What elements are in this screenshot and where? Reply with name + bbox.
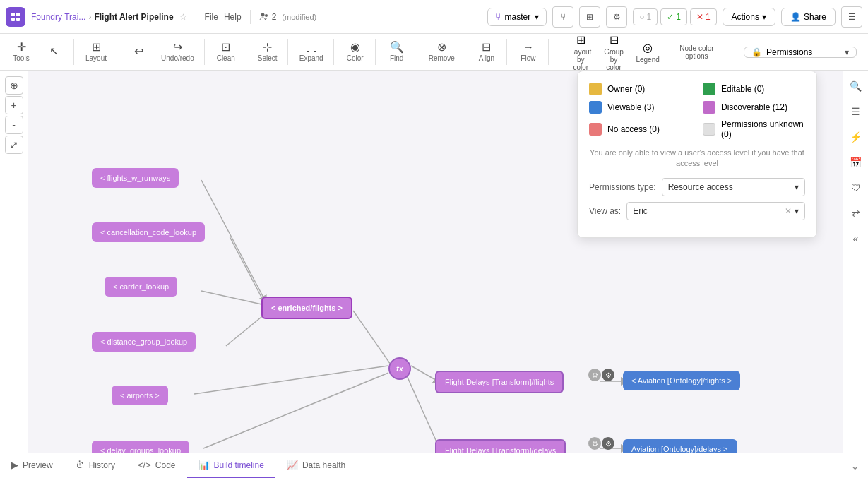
gear-icon-3[interactable]: ⚙ bbox=[588, 437, 601, 450]
history-tab[interactable]: ⏱ History bbox=[64, 453, 126, 478]
remove-button[interactable]: ⊗ Remove bbox=[423, 39, 460, 65]
color-button[interactable]: ◉ Color bbox=[340, 39, 371, 65]
code-tab[interactable]: </> Code bbox=[126, 453, 186, 478]
select-icon: ⊹ bbox=[263, 42, 272, 53]
circle-check-button[interactable]: ○ 1 bbox=[633, 8, 658, 25]
search-sidebar-button[interactable]: 🔍 bbox=[846, 76, 866, 96]
gear-icon-2[interactable]: ⚙ bbox=[602, 369, 614, 381]
delay-groups-lookup-node[interactable]: < delay_groups_lookup bbox=[92, 441, 189, 453]
undo-button[interactable]: ↩ bbox=[123, 43, 154, 61]
flights-w-runways-node[interactable]: < flights_w_runways bbox=[92, 168, 179, 188]
branch-icon: ⑂ bbox=[495, 11, 501, 23]
svg-rect-0 bbox=[11, 13, 15, 16]
actions-button[interactable]: Actions ▾ bbox=[723, 8, 775, 26]
permissions-type-row: Permissions type: Resource access ▾ bbox=[589, 178, 805, 196]
expand-button[interactable]: ⛶ Expand bbox=[294, 39, 329, 65]
clean-button[interactable]: ⊡ Clean bbox=[210, 39, 242, 65]
history-icon: ⏱ bbox=[76, 460, 85, 470]
x-icon: ✕ bbox=[696, 12, 703, 22]
fx-node[interactable]: fx bbox=[388, 357, 411, 380]
activity-sidebar-button[interactable]: ⚡ bbox=[846, 127, 866, 147]
calendar-sidebar-button[interactable]: 📅 bbox=[846, 153, 866, 172]
fit-to-screen-button[interactable]: ⤢ bbox=[5, 136, 23, 154]
remove-icon: ⊗ bbox=[437, 42, 446, 53]
favorite-icon[interactable]: ☆ bbox=[179, 12, 187, 22]
collapse-sidebar-button[interactable]: « bbox=[846, 229, 866, 249]
permissions-dropdown[interactable]: 🔒 Permissions ▾ bbox=[744, 47, 857, 58]
node-label: Aviation [Ontology]/delays > bbox=[631, 445, 727, 453]
discoverable-label: Discoverable (12) bbox=[721, 102, 787, 112]
flight-delays-delays-node[interactable]: Flight Delays [Transform]/delays bbox=[435, 439, 566, 453]
grid-settings-button[interactable]: ⊞ bbox=[579, 6, 600, 28]
node-label: Flight Delays [Transform]/delays bbox=[445, 446, 556, 453]
distance-group-lookup-node[interactable]: < distance_group_lookup bbox=[92, 332, 196, 352]
select-label: Select bbox=[258, 54, 278, 62]
align-button[interactable]: ⊟ Align bbox=[471, 39, 502, 65]
editable-perm-item: Editable (0) bbox=[703, 83, 805, 95]
share-button[interactable]: 👤 Share bbox=[781, 8, 836, 26]
pipeline-settings-button[interactable]: ⑂ bbox=[552, 6, 573, 28]
svg-point-5 bbox=[265, 14, 268, 17]
redo-button[interactable]: ↪ Undo/redo bbox=[155, 39, 200, 65]
layout-button[interactable]: ⊞ Layout bbox=[80, 39, 112, 65]
zoom-in-button[interactable]: + bbox=[5, 96, 23, 114]
shield-sidebar-button[interactable]: 🛡 bbox=[846, 178, 866, 198]
users-indicator[interactable]: 2 bbox=[259, 12, 277, 22]
view-as-dropdown-icon[interactable]: ▾ bbox=[795, 206, 799, 216]
preview-tab[interactable]: ▶ Preview bbox=[0, 453, 64, 478]
data-health-tab[interactable]: 📈 Data health bbox=[275, 453, 357, 478]
carrier-lookup-node[interactable]: < carrier_lookup bbox=[105, 277, 177, 297]
gear-icon-4[interactable]: ⚙ bbox=[602, 437, 614, 450]
owner-perm-item: Owner (0) bbox=[589, 83, 691, 95]
pipeline-canvas[interactable]: < flights_w_runways < cancellation_code_… bbox=[28, 71, 843, 453]
owner-color-dot bbox=[589, 83, 602, 95]
collapse-panel-button[interactable]: ⌄ bbox=[842, 453, 868, 478]
users-count: 2 bbox=[272, 12, 277, 22]
node-label: < airports > bbox=[120, 391, 160, 400]
airports-node[interactable]: < airports > bbox=[112, 386, 168, 405]
app-logo bbox=[6, 7, 25, 27]
zoom-out-button[interactable]: - bbox=[5, 116, 23, 134]
preview-icon: ▶ bbox=[11, 460, 18, 470]
group-by-color-button[interactable]: ⊟ Group by color bbox=[603, 33, 625, 71]
branch-dropdown-icon: ▾ bbox=[535, 12, 539, 22]
enriched-flights-node[interactable]: < enriched/flights > bbox=[261, 297, 352, 319]
list-sidebar-button[interactable]: ☰ bbox=[846, 102, 866, 121]
pointer-tool-button[interactable]: ↖ bbox=[38, 43, 69, 61]
svg-line-6 bbox=[201, 180, 265, 300]
legend-icon: ◎ bbox=[643, 41, 653, 54]
share-icon: 👤 bbox=[790, 12, 801, 22]
exchange-sidebar-button[interactable]: ⇄ bbox=[846, 203, 866, 223]
svg-line-7 bbox=[230, 237, 265, 304]
node-label: < carrier_lookup bbox=[113, 282, 169, 291]
svg-line-10 bbox=[194, 366, 388, 394]
select-button[interactable]: ⊹ Select bbox=[252, 39, 283, 65]
undo-redo-label: Undo/redo bbox=[161, 54, 194, 62]
find-button[interactable]: 🔍 Find bbox=[381, 39, 412, 65]
branch-selector[interactable]: ⑂ master ▾ bbox=[487, 8, 547, 26]
flow-button[interactable]: → Flow bbox=[513, 39, 544, 65]
gear-icon-1[interactable]: ⚙ bbox=[588, 369, 601, 381]
build-timeline-tab[interactable]: 📊 Build timeline bbox=[187, 453, 275, 478]
zoom-fit-button[interactable]: ⊕ bbox=[5, 76, 23, 95]
file-menu[interactable]: File bbox=[205, 12, 218, 22]
ok-check-button[interactable]: ✓ 1 bbox=[660, 8, 687, 25]
err-check-button[interactable]: ✕ 1 bbox=[690, 8, 717, 25]
flow-icon: → bbox=[523, 42, 534, 53]
flight-delays-flights-node[interactable]: Flight Delays [Transform]/flights bbox=[435, 371, 564, 393]
aviation-flights-node[interactable]: < Aviation [Ontology]/flights > bbox=[623, 371, 740, 390]
view-as-clear-button[interactable]: ✕ bbox=[785, 206, 792, 216]
move-tool-button[interactable]: ✛ Tools bbox=[6, 39, 37, 65]
aviation-delays-node[interactable]: Aviation [Ontology]/delays > bbox=[623, 439, 737, 453]
help-menu[interactable]: Help bbox=[224, 12, 242, 22]
view-as-input[interactable]: Eric ✕ ▾ bbox=[626, 202, 805, 220]
permissions-type-select[interactable]: Resource access ▾ bbox=[662, 178, 805, 196]
gear-button[interactable]: ⚙ bbox=[606, 6, 627, 28]
cancellation-code-lookup-node[interactable]: < cancellation_code_lookup bbox=[92, 222, 205, 242]
actions-arrow-icon: ▾ bbox=[762, 12, 766, 22]
divider-2 bbox=[250, 10, 251, 24]
overflow-menu-button[interactable]: ☰ bbox=[841, 6, 862, 28]
layout-by-color-button[interactable]: ⊞ Layout by color bbox=[570, 33, 592, 71]
legend-button[interactable]: ◎ Legend bbox=[636, 41, 659, 64]
breadcrumb-item[interactable]: Foundry Trai... bbox=[31, 12, 85, 22]
